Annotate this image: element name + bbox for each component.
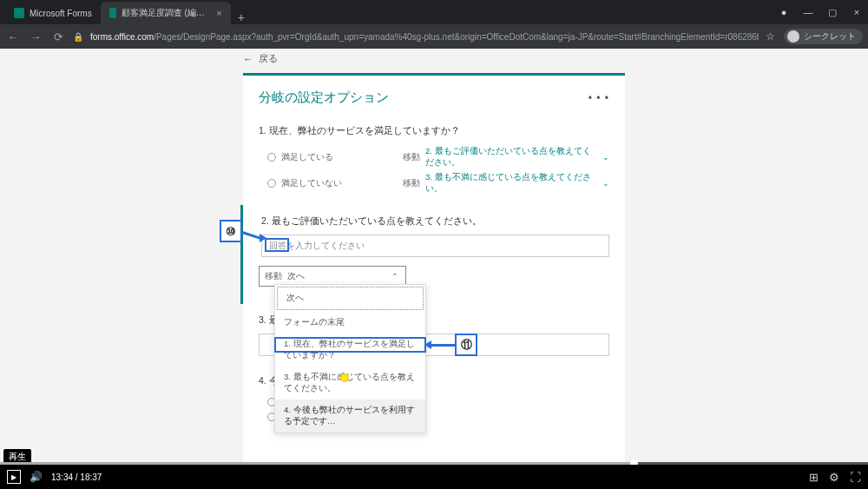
star-icon[interactable]: ☆: [766, 30, 775, 43]
nav-reload-icon[interactable]: ⟳: [50, 30, 66, 43]
goto-select[interactable]: 2. 最もご評価いただいている点を教えてください。: [425, 146, 595, 169]
radio-icon: [267, 153, 276, 162]
goto-label: 移動: [403, 152, 420, 163]
url-text[interactable]: forms.office.com/Pages/DesignPage.aspx?a…: [90, 32, 759, 42]
tab-label: Microsoft Forms: [30, 9, 92, 18]
dropdown-item[interactable]: 次へ: [277, 287, 424, 310]
annotation-badge-10: ⑩: [220, 220, 242, 242]
fullscreen-icon[interactable]: ⛶: [850, 471, 861, 484]
nav-back-icon[interactable]: ←: [5, 30, 21, 43]
dropdown-item-hover[interactable]: 4. 今後も弊社のサービスを利用する予定です…: [275, 400, 425, 433]
option-label: 満足していない: [281, 178, 403, 189]
video-player-bar: ▶ 🔊 13:34 / 18:37 ⊞ ⚙ ⛶: [0, 465, 868, 489]
browser-tab-active[interactable]: 顧客満足度調査 (編集) Microsof… ×: [101, 2, 231, 24]
annotation-box-frame: [274, 337, 426, 353]
radio-icon: [267, 179, 276, 188]
chevron-up-icon: ⌃: [385, 272, 405, 281]
goto-select[interactable]: 3. 最も不満に感じている点を教えてください。: [425, 172, 595, 195]
chevron-down-icon[interactable]: ⌄: [602, 179, 609, 188]
page-title: 分岐の設定オプション: [259, 89, 389, 106]
question-title: 1. 現在、弊社のサービスを満足していますか？: [259, 125, 609, 137]
lock-icon: 🔒: [73, 32, 83, 42]
annotation-arrow: [424, 340, 431, 349]
back-label[interactable]: 戻る: [259, 53, 278, 65]
incognito-badge[interactable]: シークレット: [784, 29, 863, 44]
chevron-down-icon[interactable]: ⌄: [602, 153, 609, 162]
browser-url-bar: ← → ⟳ 🔒 forms.office.com/Pages/DesignPag…: [0, 24, 868, 49]
goto-label: 移動: [403, 178, 420, 189]
form-card: 分岐の設定オプション • • • 1. 現在、弊社のサービスを満足していますか？…: [243, 73, 625, 465]
play-button[interactable]: ▶: [7, 470, 21, 484]
page-canvas: ← 戻る 分岐の設定オプション • • • 1. 現在、弊社のサービスを満足して…: [0, 49, 868, 465]
status-dot-icon: ●: [778, 7, 790, 17]
answer-input[interactable]: 回答を入力してください: [261, 235, 609, 257]
settings-gear-icon[interactable]: ⚙: [829, 471, 839, 484]
option-row: 満足していない 移動 3. 最も不満に感じている点を教えてください。 ⌄: [259, 170, 609, 196]
browser-tab[interactable]: Microsoft Forms: [5, 2, 101, 24]
option-label: 満足している: [281, 152, 403, 163]
more-icon[interactable]: • • •: [589, 92, 609, 104]
dropdown-item[interactable]: 3. 最も不満に感じている点を教えてください。: [275, 367, 425, 400]
volume-icon[interactable]: 🔊: [30, 471, 43, 483]
question-block-1: 1. 現在、弊社のサービスを満足していますか？ 満足している 移動 2. 最もご…: [243, 120, 625, 205]
incognito-icon: [787, 30, 799, 43]
video-timecode: 13:34 / 18:37: [51, 472, 102, 482]
branch-dropdown[interactable]: 次へ フォームの末尾 1. 現在、弊社のサービスを満足していますか？ 3. 最も…: [274, 284, 426, 433]
close-icon[interactable]: ×: [851, 7, 863, 17]
close-icon[interactable]: ×: [216, 8, 221, 18]
maximize-icon[interactable]: ▢: [826, 7, 838, 18]
question-title: 2. 最もご評価いただいている点を教えてください。: [261, 215, 609, 228]
option-row: 満足している 移動 2. 最もご評価いただいている点を教えてください。 ⌄: [259, 144, 609, 170]
goto-label: 移動: [260, 271, 287, 282]
browser-tab-bar: Microsoft Forms 顧客満足度調査 (編集) Microsof… ×…: [0, 0, 868, 24]
tab-favicon: [14, 8, 24, 18]
annotation-box-frame: [265, 238, 289, 252]
new-tab-button[interactable]: +: [231, 10, 252, 24]
tab-favicon: [109, 8, 116, 18]
tab-label: 顧客満足度調査 (編集) Microsof…: [122, 7, 208, 19]
select-value: 次へ: [287, 271, 385, 282]
back-arrow-icon[interactable]: ←: [243, 53, 253, 65]
annotation-arrow: [260, 234, 266, 242]
annotation-line: [430, 344, 455, 347]
annotation-badge-11: ⑪: [455, 334, 477, 356]
nav-forward-icon: →: [28, 30, 43, 43]
minimize-icon[interactable]: —: [802, 7, 814, 17]
dropdown-item[interactable]: フォームの末尾: [275, 312, 425, 334]
captions-icon[interactable]: ⊞: [809, 471, 819, 484]
page-header: ← 戻る: [0, 49, 868, 69]
